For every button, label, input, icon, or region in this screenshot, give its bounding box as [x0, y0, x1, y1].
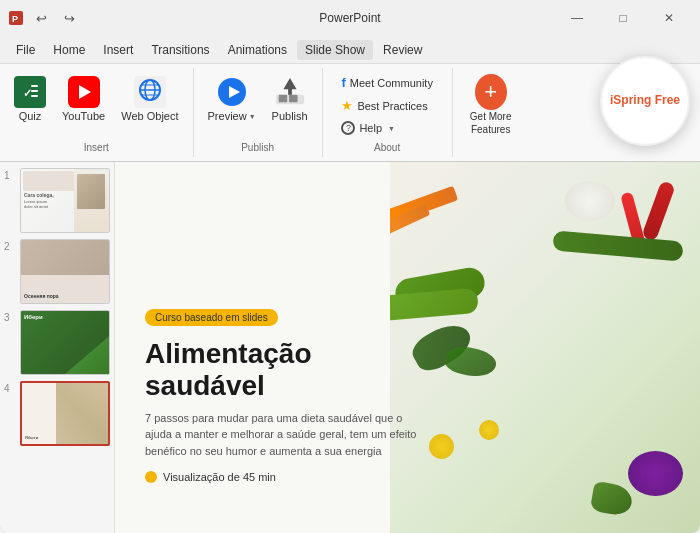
slide-thumb-1[interactable]: 1 Cara colega, Lorem ipsum dolor sit ame…: [4, 168, 110, 233]
ispring-bubble[interactable]: iSpring Free: [600, 56, 690, 146]
ribbon-group-getmore: + Get MoreFeatures: [453, 68, 529, 157]
slide-thumb-4[interactable]: 4 Ябшти: [4, 381, 110, 446]
maximize-button[interactable]: □: [600, 0, 646, 36]
title-bar: P ↩ ↪ PowerPoint — □ ✕: [0, 0, 700, 36]
slide-image-4: Ябшти: [20, 381, 110, 446]
ispring-label: iSpring Free: [610, 93, 680, 109]
svg-rect-19: [288, 88, 292, 95]
insert-buttons: ✓ Quiz: [8, 72, 185, 138]
slide-number-4: 4: [4, 383, 16, 394]
duration-badge: Visualização de 45 min: [145, 471, 435, 483]
svg-rect-17: [289, 95, 297, 103]
menu-review[interactable]: Review: [375, 40, 430, 60]
svg-text:P: P: [12, 14, 18, 24]
quiz-icon: ✓: [14, 76, 46, 108]
window-title: PowerPoint: [319, 11, 380, 25]
preview-icon: [216, 76, 248, 108]
svg-text:✓: ✓: [23, 87, 32, 99]
slide-thumb-2[interactable]: 2 Осенняя пора: [4, 239, 110, 304]
get-more-icon: +: [475, 76, 507, 108]
insert-group-label: Insert: [84, 138, 109, 153]
ribbon-group-insert: ✓ Quiz: [0, 68, 194, 157]
slide-number-3: 3: [4, 312, 16, 323]
slide-canvas-area: Curso baseado em slides Alimentação saud…: [115, 162, 700, 533]
menu-insert[interactable]: Insert: [95, 40, 141, 60]
svg-rect-6: [31, 95, 38, 97]
youtube-icon: [68, 76, 100, 108]
slide-title: Alimentação saudável: [145, 338, 435, 402]
youtube-label: YouTube: [62, 110, 105, 123]
app-window: P ↩ ↪ PowerPoint — □ ✕ File Home Insert …: [0, 0, 700, 533]
menu-file[interactable]: File: [8, 40, 43, 60]
duration-label: Visualização de 45 min: [163, 471, 276, 483]
title-bar-controls: P ↩ ↪: [8, 10, 80, 26]
main-content: 1 Cara colega, Lorem ipsum dolor sit ame…: [0, 162, 700, 533]
menu-animations[interactable]: Animations: [220, 40, 295, 60]
svg-marker-18: [283, 78, 296, 89]
close-button[interactable]: ✕: [646, 0, 692, 36]
ispring-circle: iSpring Free: [600, 56, 690, 146]
window-controls: — □ ✕: [554, 0, 692, 36]
ribbon-group-publish: Preview ▼ Publish: [194, 68, 323, 157]
slide-badge: Curso baseado em slides: [145, 309, 278, 326]
slide-image-1: Cara colega, Lorem ipsum dolor sit amet: [20, 168, 110, 233]
slide-number-1: 1: [4, 170, 16, 181]
meet-community-label: Meet Community: [350, 77, 433, 89]
slide-number-2: 2: [4, 241, 16, 252]
slide-canvas: Curso baseado em slides Alimentação saud…: [115, 162, 700, 533]
app-icon: P: [8, 10, 24, 26]
quiz-label: Quiz: [19, 110, 42, 123]
menu-transitions[interactable]: Transitions: [143, 40, 217, 60]
about-buttons: f Meet Community ★ Best Practices ? Help…: [335, 72, 438, 138]
menu-slideshow[interactable]: Slide Show: [297, 40, 373, 60]
help-button[interactable]: ? Help ▼: [335, 118, 438, 138]
undo-button[interactable]: ↩: [30, 10, 52, 26]
facebook-icon: f: [341, 75, 345, 90]
minimize-button[interactable]: —: [554, 0, 600, 36]
preview-dropdown-arrow: ▼: [249, 113, 256, 120]
slide-description: 7 passos para mudar para uma dieta saudá…: [145, 410, 425, 460]
svg-rect-5: [31, 90, 38, 92]
ribbon: ✓ Quiz: [0, 64, 700, 162]
star-icon: ★: [341, 98, 353, 113]
best-practices-button[interactable]: ★ Best Practices: [335, 95, 438, 116]
slide-panel: 1 Cara colega, Lorem ipsum dolor sit ame…: [0, 162, 115, 533]
svg-rect-4: [31, 85, 38, 87]
quiz-button[interactable]: ✓ Quiz: [8, 72, 52, 127]
help-label: Help: [359, 122, 382, 134]
meet-community-button[interactable]: f Meet Community: [335, 72, 438, 93]
publish-button[interactable]: Publish: [266, 72, 314, 127]
web-object-label: Web Object: [121, 110, 178, 123]
menu-bar: File Home Insert Transitions Animations …: [0, 36, 700, 64]
web-object-icon: [134, 76, 166, 108]
duration-dot: [145, 471, 157, 483]
web-object-button[interactable]: Web Object: [115, 72, 184, 127]
redo-button[interactable]: ↪: [58, 10, 80, 26]
preview-label: Preview: [208, 110, 247, 123]
slide-content: Curso baseado em slides Alimentação saud…: [145, 307, 435, 484]
ribbon-group-about: f Meet Community ★ Best Practices ? Help…: [323, 68, 453, 157]
about-group-label: About: [374, 138, 400, 153]
preview-button[interactable]: Preview ▼: [202, 72, 262, 127]
get-more-features-button[interactable]: + Get MoreFeatures: [461, 72, 521, 140]
best-practices-label: Best Practices: [357, 100, 427, 112]
help-icon: ?: [341, 121, 355, 135]
menu-home[interactable]: Home: [45, 40, 93, 60]
slide-image-3: Ибери: [20, 310, 110, 375]
get-more-label: Get MoreFeatures: [470, 110, 512, 136]
youtube-button[interactable]: YouTube: [56, 72, 111, 127]
publish-buttons: Preview ▼ Publish: [202, 72, 314, 138]
publish-icon: [274, 76, 306, 108]
publish-group-label: Publish: [241, 138, 274, 153]
slide-image-2: Осенняя пора: [20, 239, 110, 304]
publish-label: Publish: [272, 110, 308, 123]
slide-thumb-3[interactable]: 3 Ибери: [4, 310, 110, 375]
help-dropdown-arrow: ▼: [388, 125, 395, 132]
svg-rect-16: [278, 95, 286, 103]
